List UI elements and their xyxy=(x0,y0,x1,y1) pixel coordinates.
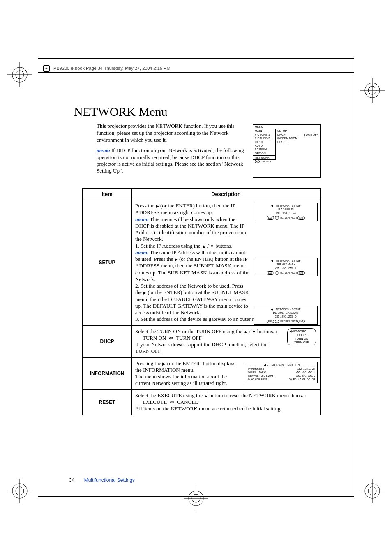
intro-text: This projector provides the NETWORK func… xyxy=(97,123,247,178)
osd-left: MAIN PICTURE-1 PICTURE-2 INPUT AUTO SCRE… xyxy=(253,129,276,160)
row-info: INFORMATION ◀ NETWORK-INFORMATION IP ADR… xyxy=(83,357,321,389)
item-info: INFORMATION xyxy=(83,357,132,389)
right-arrow-icon: ▶ xyxy=(156,204,159,208)
footer-section: Multifunctional Settings xyxy=(84,477,135,483)
up-arrow-icon: ▲ xyxy=(204,394,208,398)
header-rule xyxy=(38,72,354,73)
down-arrow-icon: ▼ xyxy=(252,329,256,334)
item-setup: SETUP xyxy=(83,200,132,326)
row-setup: SETUP ◀ NETWORK - SETUP IP ADRRESS 192 .… xyxy=(83,200,321,326)
intro: This projector provides the NETWORK func… xyxy=(74,123,321,178)
osd-select: ◐ : SELECT xyxy=(253,160,320,163)
select-icon: ◐ xyxy=(255,160,260,163)
desc-info: ◀ NETWORK-INFORMATION IP ADRRESS192. 168… xyxy=(132,357,321,389)
right-arrow-icon: ▶ xyxy=(143,290,146,295)
dhcp-osd: ◀NETWORK DHCP TURN ON TURN OFF xyxy=(287,328,316,345)
osd-title: MENU xyxy=(253,125,320,129)
desc-dhcp: ◀NETWORK DHCP TURN ON TURN OFF Select th… xyxy=(132,325,321,357)
footer: 34 Multifunctional Settings xyxy=(69,477,135,483)
crop-target-tr xyxy=(360,78,385,104)
settings-table: Item Description SETUP ◀ NETWORK - SETUP… xyxy=(82,188,321,415)
item-reset: RESET xyxy=(83,389,132,415)
panel-ip: ◀ NETWORK - SETUP IP ADRRESS 192 . 168 .… xyxy=(254,203,318,221)
right-arrow-icon: ▶ xyxy=(175,257,178,262)
memo-label: memo xyxy=(97,147,110,153)
row-dhcp: DHCP ◀NETWORK DHCP TURN ON TURN OFF Sele… xyxy=(83,325,321,357)
crop-target-bl xyxy=(7,479,32,505)
th-item: Item xyxy=(83,189,132,200)
info-osd: ◀ NETWORK-INFORMATION IP ADRRESS192. 168… xyxy=(246,362,318,383)
up-arrow-icon: ▲ xyxy=(202,244,206,249)
item-dhcp: DHCP xyxy=(83,325,132,357)
header-meta: ✦ PB9200-e.book Page 34 Thursday, May 27… xyxy=(43,65,171,72)
book-icon: ✦ xyxy=(43,65,50,72)
panel-subnet: ◀ NETWORK - SETUP SUBNET MASK 255 . 255 … xyxy=(254,258,318,276)
crop-target-tl xyxy=(7,62,32,89)
row-reset: RESET Select the EXECUTE using the ▲ but… xyxy=(83,389,321,415)
desc-setup: ◀ NETWORK - SETUP IP ADRRESS 192 . 168 .… xyxy=(132,200,321,326)
osd-right: SETUP DHCPTURN OFF INFORMATION RESET xyxy=(276,129,320,160)
crop-target-br xyxy=(360,479,385,505)
content: NETWORK Menu This projector provides the… xyxy=(74,105,321,415)
intro-p2: memo If DHCP function on your Network is… xyxy=(97,147,247,175)
intro-p1: This projector provides the NETWORK func… xyxy=(97,123,247,144)
th-desc: Description xyxy=(132,189,321,200)
osd-menu: MENU MAIN PICTURE-1 PICTURE-2 INPUT AUTO… xyxy=(253,124,321,178)
page-title: NETWORK Menu xyxy=(74,105,321,119)
up-arrow-icon: ▲ xyxy=(244,329,248,334)
header-text: PB9200-e.book Page 34 Thursday, May 27, … xyxy=(53,66,171,71)
page-number: 34 xyxy=(69,477,74,483)
desc-reset: Select the EXECUTE using the ▲ button to… xyxy=(132,389,321,415)
down-arrow-icon: ▼ xyxy=(210,244,214,249)
panel-gateway: ◀ NETWORK - SETUP DEFAULT GATEWAY 255 . … xyxy=(254,306,318,324)
